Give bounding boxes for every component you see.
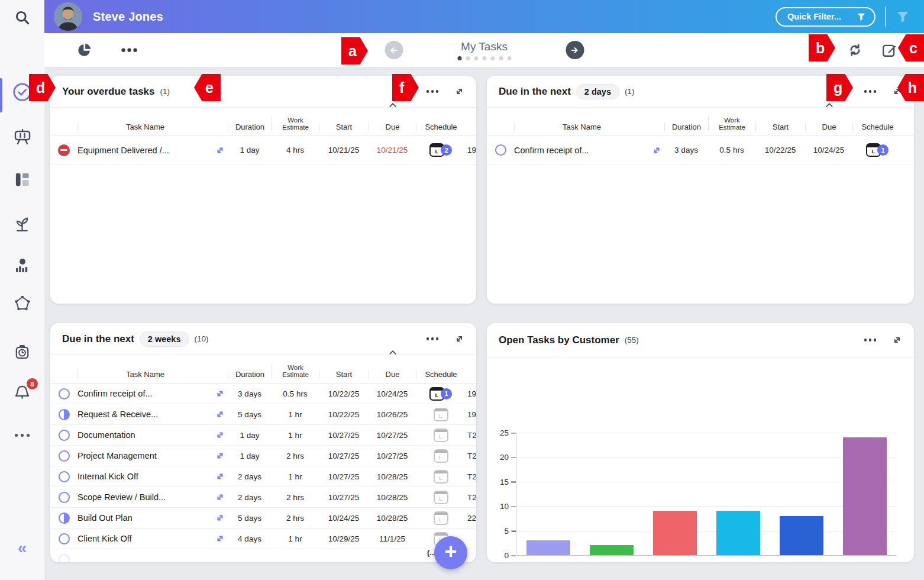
col-task-name[interactable]: Task Name — [514, 123, 649, 131]
task-name[interactable]: Internal Kick Off — [77, 472, 212, 481]
task-name[interactable]: Documentation — [77, 430, 212, 440]
col-work-estimate[interactable]: WorkEstimate — [708, 117, 755, 131]
panel-menu-icon[interactable] — [864, 90, 877, 93]
page-dot[interactable] — [482, 56, 486, 60]
open-task-icon[interactable] — [216, 431, 224, 439]
col-task-name[interactable]: Task Name — [77, 370, 212, 379]
table-row[interactable]: Internal Kick Off 2 days 1 hr 10/27/25 1… — [50, 466, 476, 487]
table-row[interactable]: Build Out Plan 5 days 2 hrs 10/24/25 10/… — [50, 508, 476, 529]
panel-menu-icon[interactable] — [864, 339, 877, 341]
sidebar-item-boards[interactable] — [0, 128, 44, 147]
col-duration[interactable]: Duration — [664, 123, 708, 131]
expand-icon[interactable] — [454, 334, 464, 344]
col-start[interactable]: Start — [319, 123, 369, 131]
open-task-icon[interactable] — [216, 410, 224, 418]
sidebar-item-planning[interactable] — [0, 171, 44, 188]
bar-Cafe Buttonbush[interactable] — [590, 545, 634, 555]
task-status-icon[interactable] — [59, 513, 70, 524]
open-task-icon[interactable] — [216, 389, 224, 398]
range-pill[interactable]: 2 days — [576, 84, 619, 99]
table-row[interactable]: Project Management 1 day 2 hrs 10/27/25 … — [50, 446, 476, 466]
task-name[interactable]: Equipment Delivered /... — [77, 146, 212, 155]
table-row[interactable]: Request & Receive... 5 days 1 hr 10/22/2… — [50, 404, 476, 425]
col-schedule[interactable]: Schedule — [852, 123, 902, 131]
refresh-icon[interactable] — [848, 43, 862, 57]
quick-filter-button[interactable]: Quick Filter... — [776, 7, 875, 27]
task-name[interactable]: Request & Receive... — [77, 410, 212, 419]
col-work-estimate[interactable]: WorkEstimate — [272, 364, 319, 379]
open-task-icon[interactable] — [216, 452, 224, 460]
schedule-icon[interactable]: L — [434, 511, 448, 525]
bar-Orange Vision, Inc.[interactable] — [780, 516, 823, 555]
bar-Yellow Light, Inc.[interactable] — [843, 437, 887, 555]
page-dot[interactable] — [507, 56, 511, 60]
bar-Mustang Services, LLC[interactable] — [716, 511, 760, 555]
schedule-icon[interactable]: L1 — [429, 387, 452, 401]
open-task-icon[interactable] — [216, 534, 224, 543]
search-icon[interactable] — [0, 9, 44, 25]
col-due[interactable]: Due — [369, 123, 416, 131]
schedule-icon[interactable]: L2 — [429, 143, 452, 157]
schedule-icon[interactable]: L — [434, 428, 448, 442]
open-task-icon[interactable] — [216, 472, 224, 481]
col-start[interactable]: Start — [755, 123, 805, 131]
avatar[interactable] — [54, 2, 82, 31]
pie-chart-icon[interactable] — [76, 42, 92, 58]
col-schedule[interactable]: Schedule — [416, 370, 466, 379]
task-status-icon[interactable] — [59, 388, 70, 399]
page-dot[interactable] — [457, 56, 461, 60]
task-name[interactable]: Confirm receipt of... — [77, 389, 212, 398]
add-task-fab[interactable]: + — [434, 536, 467, 569]
col-due[interactable]: Due — [369, 370, 416, 379]
open-task-icon[interactable] — [216, 146, 224, 154]
sidebar-item-more[interactable] — [0, 434, 44, 437]
task-status-icon[interactable] — [59, 450, 70, 462]
open-task-icon[interactable] — [216, 493, 224, 501]
col-start[interactable]: Start — [319, 370, 369, 379]
schedule-icon[interactable]: L — [434, 491, 448, 504]
col-schedule[interactable]: Schedule — [416, 123, 466, 131]
col-work-estimate[interactable]: WorkEstimate — [272, 117, 319, 131]
task-status-icon[interactable] — [59, 471, 70, 482]
schedule-icon[interactable]: L — [434, 449, 448, 463]
edit-icon[interactable] — [881, 43, 897, 58]
expand-icon[interactable] — [892, 335, 902, 345]
task-name[interactable]: Scope Review / Build... — [77, 492, 212, 502]
col-duration[interactable]: Duration — [228, 370, 272, 379]
next-dashboard-button[interactable] — [566, 41, 584, 59]
task-status-icon[interactable] — [59, 409, 70, 420]
panel-menu-icon[interactable] — [427, 90, 439, 93]
sidebar-item-growth[interactable] — [0, 215, 44, 234]
task-name[interactable]: Client Kick Off — [77, 534, 212, 543]
task-name[interactable]: Project Management — [77, 451, 212, 460]
panel-menu-icon[interactable] — [427, 337, 439, 340]
page-dot[interactable] — [474, 56, 478, 60]
open-task-icon[interactable] — [216, 514, 224, 522]
task-name[interactable]: Confirm receipt of... — [514, 146, 649, 155]
task-status-icon[interactable] — [59, 492, 70, 503]
sidebar-item-team-insights[interactable] — [0, 257, 44, 275]
col-task-name[interactable]: Task Name — [77, 123, 212, 131]
task-status-icon[interactable] — [59, 533, 70, 544]
table-row[interactable]: Client Kick Off 4 days 1 hr 10/29/25 11/… — [50, 529, 476, 549]
task-status-icon[interactable] — [59, 430, 70, 441]
task-status-icon[interactable] — [495, 144, 506, 156]
schedule-icon[interactable]: L1 — [866, 143, 889, 157]
table-row[interactable]: Confirm receipt of... 3 days 0.5 hrs 10/… — [487, 136, 914, 165]
expand-icon[interactable] — [454, 86, 464, 96]
open-task-icon[interactable] — [652, 146, 661, 154]
page-dot[interactable] — [490, 56, 495, 60]
sidebar-item-notifications[interactable]: 8 — [0, 384, 44, 402]
page-dot[interactable] — [499, 56, 503, 60]
schedule-icon[interactable]: L — [434, 408, 448, 421]
table-row[interactable]: Confirm receipt of... 3 days 0.5 hrs 10/… — [50, 384, 476, 404]
task-status-icon[interactable] — [58, 144, 70, 156]
filter-icon-secondary[interactable] — [896, 9, 910, 24]
bar--Not Defined-[interactable] — [526, 540, 570, 555]
table-row[interactable]: Scope Review / Build... 2 days 2 hrs 10/… — [50, 487, 476, 508]
bar-LMS, Inc.[interactable] — [653, 511, 697, 555]
toolbar-more-icon[interactable] — [121, 49, 137, 52]
col-duration[interactable]: Duration — [228, 123, 272, 131]
page-dot[interactable] — [466, 56, 470, 60]
col-due[interactable]: Due — [805, 123, 852, 131]
